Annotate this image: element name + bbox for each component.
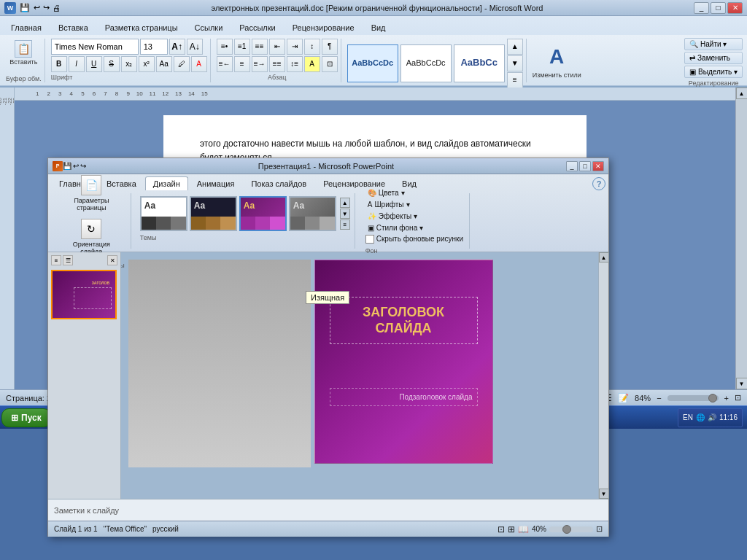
ppt-close-button[interactable]: ✕ <box>592 161 604 171</box>
word-tab-layout[interactable]: Разметка страницы <box>97 19 186 35</box>
highlight-button[interactable]: 🖊 <box>174 56 190 72</box>
style-no-spacing[interactable]: AaBbCcDc <box>400 44 452 82</box>
scroll-down-button[interactable]: ▼ <box>736 378 748 389</box>
decrease-font-button[interactable]: A↓ <box>187 39 203 55</box>
theme-gray[interactable]: Aa <box>289 196 336 231</box>
theme-more[interactable]: ≡ <box>340 219 350 230</box>
text-effects-button[interactable]: Aa <box>156 56 172 72</box>
font-name-input[interactable] <box>51 39 139 55</box>
align-center-button[interactable]: ≡ <box>234 56 250 72</box>
ppt-tab-design[interactable]: Дизайн <box>145 176 188 190</box>
theme-dark[interactable]: Aa <box>190 196 237 231</box>
panel-close-icon[interactable]: ✕ <box>107 255 117 265</box>
shading-button[interactable]: A <box>304 56 320 72</box>
ppt-view-slide-sorter[interactable]: ⊞ <box>508 524 515 534</box>
decrease-indent-button[interactable]: ⇤ <box>269 39 285 55</box>
large-a-button[interactable]: A Изменить стили <box>530 39 584 82</box>
word-scrollbar[interactable]: ▲ ▼ <box>735 88 747 389</box>
style-scroll-down[interactable]: ▼ <box>507 55 523 71</box>
align-right-button[interactable]: ≡→ <box>252 56 268 72</box>
bg-styles-button[interactable]: 🎨 Цвета ▾ <box>365 188 463 198</box>
style-scroll-up[interactable]: ▲ <box>507 39 523 55</box>
slide-title-box[interactable]: ЗАГОЛОВОК СЛАЙДА <box>330 297 478 344</box>
underline-button[interactable]: U <box>86 56 102 72</box>
ppt-zoom-fit[interactable]: ⊡ <box>596 524 603 534</box>
select-button[interactable]: ▣ Выделить ▾ <box>684 66 743 78</box>
ppt-maximize-button[interactable]: □ <box>579 161 591 171</box>
maximize-button[interactable]: □ <box>711 2 726 14</box>
theme-scroll-up[interactable]: ▲ <box>340 198 350 208</box>
quick-redo-icon[interactable]: ↪ <box>43 3 50 12</box>
scroll-up-button[interactable]: ▲ <box>736 88 748 99</box>
ppt-notes-area[interactable]: Заметки к слайду <box>48 499 608 521</box>
ppt-quick-undo[interactable]: ↩ <box>73 162 79 170</box>
word-zoom-out[interactable]: − <box>657 394 661 402</box>
change-styles-button[interactable]: Изменить стили <box>533 71 581 79</box>
ppt-scroll-up[interactable]: ▲ <box>599 252 609 262</box>
increase-font-button[interactable]: A↑ <box>169 39 185 55</box>
numbering-button[interactable]: ≡1 <box>234 39 250 55</box>
slide-thumbnail-1[interactable]: 1 ЗАГОЛОВ <box>51 270 117 319</box>
word-fit-page[interactable]: ⊡ <box>735 393 741 402</box>
quick-save-icon[interactable]: 💾 <box>19 2 31 14</box>
font-size-input[interactable] <box>140 39 168 55</box>
increase-indent-button[interactable]: ⇥ <box>287 39 303 55</box>
strikethrough-button[interactable]: S <box>104 56 120 72</box>
multilevel-button[interactable]: ≡≡ <box>252 39 268 55</box>
quick-print-icon[interactable]: 🖨 <box>53 4 61 12</box>
bold-button[interactable]: B <box>51 56 67 72</box>
style-more[interactable]: ≡ <box>507 72 523 88</box>
borders-button[interactable]: ⊡ <box>322 56 338 72</box>
ppt-tab-animation[interactable]: Анимация <box>189 176 243 190</box>
hide-bg-checkbox-box[interactable] <box>365 235 374 244</box>
effects-button[interactable]: ✨ Эффекты ▾ <box>365 211 463 221</box>
style-normal[interactable]: AaBbCcDc <box>347 44 398 82</box>
ppt-view-reading[interactable]: 📖 <box>518 524 529 534</box>
theme-purple[interactable]: Aa <box>239 196 287 231</box>
word-tab-insert[interactable]: Вставка <box>50 19 96 35</box>
ppt-tab-slideshow[interactable]: Показ слайдов <box>243 176 314 190</box>
close-button[interactable]: ✕ <box>727 2 743 14</box>
font-color-button[interactable]: A <box>191 56 207 72</box>
ppt-scroll-down[interactable]: ▼ <box>599 489 609 499</box>
ppt-view-normal[interactable]: ⊡ <box>498 524 505 534</box>
word-tab-references[interactable]: Ссылки <box>187 19 231 35</box>
quick-undo-icon[interactable]: ↩ <box>34 3 40 12</box>
align-left-button[interactable]: ≡← <box>217 56 233 72</box>
minimize-button[interactable]: _ <box>694 2 709 14</box>
replace-button[interactable]: ⇄ Заменить <box>684 52 743 64</box>
ppt-slide-main[interactable]: ЗАГОЛОВОК СЛАЙДА Подзаголовок слайда <box>314 260 493 464</box>
word-tab-review[interactable]: Рецензирование <box>285 19 363 35</box>
ppt-help-icon[interactable]: ? <box>592 177 605 190</box>
fonts-button[interactable]: A Шрифты ▾ <box>365 200 463 209</box>
hide-bg-checkbox[interactable]: Скрыть фоновые рисунки <box>365 235 463 244</box>
slide-subtitle-box[interactable]: Подзаголовок слайда <box>330 388 478 406</box>
ppt-scrollbar[interactable]: ▲ ▼ <box>598 252 608 499</box>
bullets-button[interactable]: ≡• <box>217 39 233 55</box>
superscript-button[interactable]: x² <box>139 56 155 72</box>
ppt-quick-save[interactable]: 💾 <box>63 162 71 170</box>
show-marks-button[interactable]: ¶ <box>322 39 338 55</box>
theme-default[interactable]: Aa <box>140 196 187 231</box>
ppt-quick-redo[interactable]: ↪ <box>80 162 86 170</box>
panel-list-icon[interactable]: ☰ <box>63 255 73 265</box>
style-heading1[interactable]: AaBbCc <box>454 44 505 82</box>
paste-button[interactable]: 📋 Вставить <box>7 39 40 67</box>
panel-menu-icon[interactable]: ≡ <box>51 255 61 265</box>
theme-scroll-down[interactable]: ▼ <box>340 209 350 219</box>
word-zoom-in[interactable]: + <box>724 394 729 402</box>
word-view-draft[interactable]: 📝 <box>618 393 629 403</box>
word-zoom-slider[interactable] <box>667 395 719 401</box>
line-spacing-button[interactable]: ↕≡ <box>287 56 303 72</box>
start-button[interactable]: ⊞ Пуск <box>1 408 51 427</box>
subscript-button[interactable]: x₂ <box>121 56 137 72</box>
slide-orientation-button[interactable]: ↻ Ориентацияслайда <box>69 217 114 257</box>
word-tab-home[interactable]: Главная <box>3 19 50 35</box>
sort-button[interactable]: ↕ <box>304 39 320 55</box>
word-tab-view[interactable]: Вид <box>363 19 394 35</box>
page-parameters-button[interactable]: 📄 Параметрыстраницы <box>70 173 112 214</box>
lang-indicator[interactable]: EN <box>683 413 693 421</box>
word-tab-mailings[interactable]: Рассылки <box>231 19 283 35</box>
ppt-zoom-slider[interactable] <box>549 526 593 532</box>
ppt-minimize-button[interactable]: _ <box>566 161 578 171</box>
